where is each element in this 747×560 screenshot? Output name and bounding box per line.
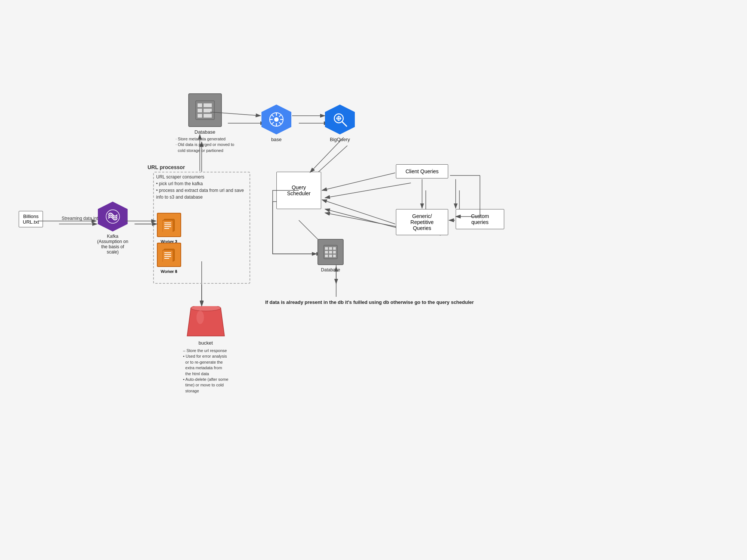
workern-node: Worker n <box>157 243 181 274</box>
arrows-overlay-2 <box>0 0 747 560</box>
arrows-overlay <box>0 0 747 560</box>
database-middle-label: Database <box>321 267 340 273</box>
svg-point-89 <box>196 311 204 324</box>
svg-rect-60 <box>198 114 202 118</box>
bigquery-icon <box>325 105 355 134</box>
database-top-node: Database · Store metadata generated· Old… <box>176 93 234 153</box>
svg-rect-56 <box>208 103 212 107</box>
worker3-node: Worker 3 <box>157 213 181 244</box>
generic-queries-label: Generic/RepetitiveQueries <box>410 213 434 231</box>
bucket-notes: – Store the url response • Used for erro… <box>183 348 228 394</box>
client-queries-box: Client Queries <box>396 164 448 178</box>
svg-rect-85 <box>325 255 328 257</box>
workern-label: Worker n <box>161 269 177 274</box>
diagram-container: Billions URL.txt Streaming data into kaf… <box>0 0 747 560</box>
custom-queries-node: Customqueries <box>456 209 504 229</box>
svg-rect-79 <box>325 247 328 250</box>
database-top-icon <box>188 93 222 127</box>
svg-rect-87 <box>333 255 336 257</box>
bucket-node: bucket – Store the url response • Used f… <box>183 306 228 394</box>
svg-rect-80 <box>329 247 332 250</box>
bigquery-node: BigQuery <box>325 105 355 142</box>
url-processor-title: URL processor <box>148 164 185 170</box>
query-scheduler-node: QueryScheduler <box>276 172 321 209</box>
svg-rect-81 <box>333 247 336 250</box>
svg-rect-30 <box>162 220 173 232</box>
base-label: base <box>271 137 282 142</box>
svg-line-69 <box>272 115 274 117</box>
query-scheduler-label: QueryScheduler <box>287 184 310 196</box>
svg-rect-48 <box>162 250 173 262</box>
svg-rect-84 <box>333 251 336 253</box>
svg-line-96 <box>322 173 395 190</box>
svg-rect-62 <box>208 114 212 118</box>
svg-line-75 <box>342 122 347 126</box>
kafka-label: Kafka (Assumption on the basis of scale) <box>97 234 128 255</box>
svg-rect-58 <box>204 109 208 112</box>
svg-rect-57 <box>198 109 202 112</box>
workern-icon <box>157 243 181 267</box>
kafka-icon <box>98 202 128 231</box>
svg-rect-61 <box>204 114 208 118</box>
svg-line-99 <box>322 200 395 224</box>
query-scheduler-box: QueryScheduler <box>276 172 321 209</box>
svg-line-95 <box>310 137 344 172</box>
svg-rect-55 <box>204 103 208 107</box>
billions-url-node: Billions URL.txt <box>19 211 43 227</box>
svg-line-70 <box>279 122 281 124</box>
svg-rect-83 <box>329 251 332 253</box>
bottom-note: If data is already present in the db it'… <box>265 299 474 305</box>
client-queries-node: Client Queries <box>396 164 448 178</box>
bucket-icon <box>185 306 226 338</box>
generic-queries-box: Generic/RepetitiveQueries <box>396 209 448 235</box>
svg-point-64 <box>274 117 279 122</box>
base-node: base <box>261 105 291 142</box>
svg-rect-86 <box>329 255 332 257</box>
custom-queries-label: Customqueries <box>471 213 489 225</box>
bucket-label: bucket <box>198 340 213 346</box>
svg-line-72 <box>272 122 274 124</box>
database-top-label: Database <box>195 129 216 135</box>
database-top-notes: · Store metadata generated· Old data is … <box>176 136 234 153</box>
svg-rect-59 <box>208 109 212 112</box>
svg-point-88 <box>191 306 221 311</box>
bigquery-label: BigQuery <box>330 137 350 142</box>
svg-rect-54 <box>198 103 202 107</box>
billions-url-box: Billions URL.txt <box>19 211 43 227</box>
generic-queries-node: Generic/RepetitiveQueries <box>396 209 448 235</box>
billions-url-label: Billions URL.txt <box>23 214 39 225</box>
base-icon <box>261 105 291 134</box>
worker3-icon <box>157 213 181 237</box>
client-queries-label: Client Queries <box>406 168 439 174</box>
svg-rect-82 <box>325 251 328 253</box>
bucket-shape-wrapper <box>185 306 226 338</box>
url-processor-desc: URL scraper consumers • pick url from th… <box>156 174 246 200</box>
database-middle-icon <box>317 239 344 265</box>
database-middle-node: Database <box>317 239 344 273</box>
svg-line-9 <box>325 183 411 198</box>
custom-queries-box: Customqueries <box>456 209 504 229</box>
kafka-node: Kafka (Assumption on the basis of scale) <box>97 202 128 255</box>
svg-line-71 <box>279 115 281 117</box>
